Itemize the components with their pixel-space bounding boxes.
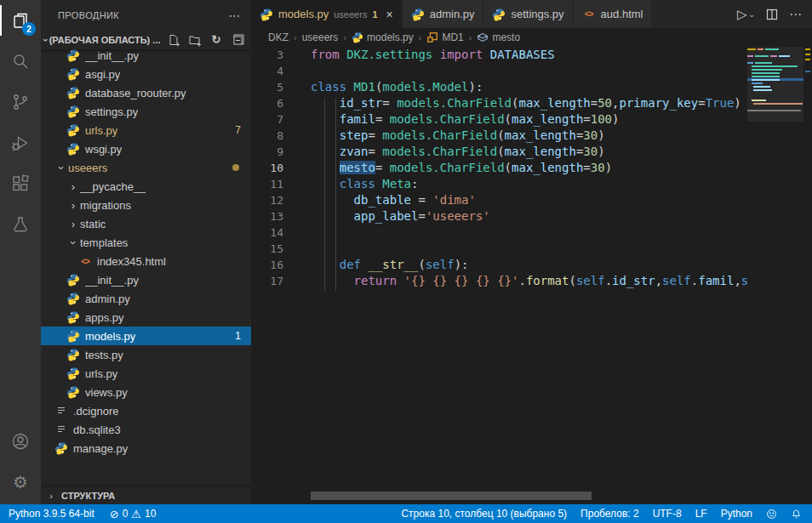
tree-item-wsgi.py[interactable]: wsgi.py bbox=[41, 139, 251, 158]
tree-item-static[interactable]: ›static bbox=[41, 214, 251, 233]
file-file-icon bbox=[54, 423, 68, 436]
breadcrumb-item-mesto[interactable]: mesto bbox=[477, 31, 520, 43]
vscode-window: 2 ⚙ ПРОВОДНИК ⋯ › (РАБОЧАЯ ОБЛАСТЬ) ... … bbox=[0, 0, 812, 523]
code-line-8[interactable]: 8 step= models.CharField(max_length=30) bbox=[251, 128, 747, 144]
activitybar-account[interactable] bbox=[0, 421, 41, 462]
tree-item-urls.py[interactable]: urls.py bbox=[41, 364, 251, 383]
run-button[interactable]: ▷⌄ bbox=[737, 7, 755, 22]
breadcrumb-separator: › bbox=[294, 32, 297, 43]
code-line-13[interactable]: 13 app_label='useeers' bbox=[251, 208, 747, 225]
tree-item-__pycache__[interactable]: ›__pycache__ bbox=[41, 177, 251, 196]
new-folder-icon[interactable] bbox=[188, 33, 202, 47]
tab-settings.py[interactable]: settings.py bbox=[483, 0, 573, 28]
tree-item-admin.py[interactable]: admin.py bbox=[41, 289, 251, 308]
tree-item-models.py[interactable]: models.py1 bbox=[41, 327, 251, 345]
code-line-10[interactable]: 10 mesto= models.CharField(max_length=30… bbox=[251, 160, 747, 176]
breadcrumb-item-MD1[interactable]: MD1 bbox=[426, 31, 463, 43]
tree-item-urls.py[interactable]: urls.py7 bbox=[41, 121, 251, 139]
class-icon bbox=[426, 31, 438, 43]
editor-more-actions[interactable]: ⋯ bbox=[789, 7, 802, 22]
tree-item-migrations[interactable]: ›migrations bbox=[41, 196, 251, 214]
encoding-setting[interactable]: UTF-8 bbox=[653, 508, 682, 520]
breadcrumb-item-DKZ[interactable]: DKZ bbox=[268, 31, 289, 43]
code-line-9[interactable]: 9 zvan= models.CharField(max_length=30) bbox=[251, 144, 747, 160]
breadcrumb-item-useeers[interactable]: useeers bbox=[302, 31, 339, 43]
python-file-icon bbox=[66, 123, 80, 137]
workspace-section-header[interactable]: › (РАБОЧАЯ ОБЛАСТЬ) ... ↻ bbox=[41, 30, 251, 49]
tree-item-templates[interactable]: ›templates bbox=[41, 233, 251, 252]
file-file-icon bbox=[54, 404, 68, 418]
collapse-all-icon[interactable] bbox=[231, 33, 244, 47]
python-interpreter[interactable]: Python 3.9.5 64-bit bbox=[9, 508, 94, 520]
activitybar-testing[interactable] bbox=[0, 204, 41, 245]
vertical-scrollbar[interactable] bbox=[803, 47, 812, 492]
activitybar-explorer[interactable]: 2 bbox=[0, 0, 41, 41]
code-editor[interactable]: 3from DKZ.settings import DATABASES45cla… bbox=[251, 47, 747, 492]
breadcrumb-item-models.py[interactable]: models.py bbox=[352, 31, 414, 43]
code-line-17[interactable]: 17 return '{} {} {} {} {}'.format(self.i… bbox=[251, 273, 747, 289]
line-number: 5 bbox=[251, 79, 290, 95]
python-file-icon bbox=[66, 86, 80, 99]
code-line-4[interactable]: 4 bbox=[251, 63, 747, 79]
tab-models.py[interactable]: models.pyuseeers1× bbox=[251, 0, 403, 28]
tree-item-useeers[interactable]: ›useeers bbox=[41, 158, 251, 177]
python-file-icon bbox=[492, 8, 506, 21]
split-editor-button[interactable] bbox=[765, 8, 779, 21]
line-number: 7 bbox=[251, 111, 290, 128]
tree-item-index345.html[interactable]: <>index345.html bbox=[41, 252, 251, 270]
code-line-6[interactable]: 6 id_str= models.CharField(max_length=50… bbox=[251, 95, 747, 111]
breadcrumb-separator: › bbox=[343, 32, 346, 43]
tab-admin.py[interactable]: admin.py bbox=[403, 0, 484, 28]
tree-item-db.sqlite3[interactable]: db.sqlite3 bbox=[41, 420, 251, 439]
tree-item-asgi.py[interactable]: asgi.py bbox=[41, 65, 251, 83]
tree-item-.dcignore[interactable]: .dcignore bbox=[41, 401, 251, 420]
activitybar-extensions[interactable] bbox=[0, 163, 41, 204]
code-line-3[interactable]: 3from DKZ.settings import DATABASES bbox=[251, 47, 747, 63]
indentation-setting[interactable]: Пробелов: 2 bbox=[580, 508, 639, 520]
minimap[interactable] bbox=[747, 47, 803, 492]
eol-setting[interactable]: LF bbox=[695, 508, 707, 520]
code-line-5[interactable]: 5class MD1(models.Model): bbox=[251, 79, 747, 95]
tree-item-tests.py[interactable]: tests.py bbox=[41, 345, 251, 364]
overview-ruler-mark bbox=[805, 59, 810, 60]
chevron-down-icon: ⌄ bbox=[748, 10, 755, 19]
python-file-icon bbox=[66, 48, 80, 62]
code-line-16[interactable]: 16 def __str__(self): bbox=[251, 257, 747, 273]
line-number: 10 bbox=[251, 160, 290, 176]
activitybar-settings[interactable]: ⚙ bbox=[0, 462, 41, 503]
overview-ruler-mark bbox=[805, 71, 810, 72]
python-file-icon bbox=[66, 292, 80, 305]
tree-item-manage.py[interactable]: manage.py bbox=[41, 439, 251, 458]
language-mode[interactable]: Python bbox=[721, 508, 752, 520]
close-icon[interactable]: × bbox=[386, 8, 393, 21]
minimap-line bbox=[770, 55, 777, 57]
python-file-icon bbox=[66, 367, 80, 380]
explorer-more-icon[interactable]: ⋯ bbox=[229, 9, 241, 22]
notifications-bell-icon[interactable] bbox=[791, 509, 802, 520]
chevron-right-icon: › bbox=[44, 491, 58, 501]
tree-item-settings.py[interactable]: settings.py bbox=[41, 102, 251, 121]
activitybar-run-debug[interactable] bbox=[0, 122, 41, 163]
horizontal-scrollbar[interactable] bbox=[311, 492, 592, 500]
code-line-15[interactable]: 15 bbox=[251, 241, 747, 257]
refresh-icon[interactable]: ↻ bbox=[209, 33, 223, 47]
minimap-line bbox=[758, 48, 763, 50]
activitybar-source-control[interactable] bbox=[0, 82, 41, 122]
problems-indicator[interactable]: ⊘ 0 ⚠ 10 bbox=[110, 508, 157, 520]
tree-item-__init__.py[interactable]: __init__.py bbox=[41, 270, 251, 289]
tab-aud.html[interactable]: <>aud.html bbox=[574, 0, 653, 28]
feedback-icon[interactable] bbox=[766, 509, 777, 520]
activitybar-search[interactable] bbox=[0, 41, 41, 82]
code-line-12[interactable]: 12 db_table = 'dima' bbox=[251, 192, 747, 208]
cursor-position[interactable]: Строка 10, столбец 10 (выбрано 5) bbox=[401, 508, 567, 520]
code-line-7[interactable]: 7 famil= models.CharField(max_length=100… bbox=[251, 111, 747, 128]
tree-item-apps.py[interactable]: apps.py bbox=[41, 308, 251, 327]
new-file-icon[interactable] bbox=[167, 33, 180, 47]
outline-section-header[interactable]: › СТРУКТУРА bbox=[41, 486, 251, 504]
code-line-11[interactable]: 11 class Meta: bbox=[251, 176, 747, 192]
tree-item-database_roouter.py[interactable]: database_roouter.py bbox=[41, 83, 251, 102]
tab-bar: models.pyuseeers1×admin.pysettings.py<>a… bbox=[251, 0, 812, 28]
python-file-icon bbox=[66, 142, 80, 156]
code-line-14[interactable]: 14 bbox=[251, 225, 747, 241]
tree-item-views.py[interactable]: views.py bbox=[41, 383, 251, 401]
